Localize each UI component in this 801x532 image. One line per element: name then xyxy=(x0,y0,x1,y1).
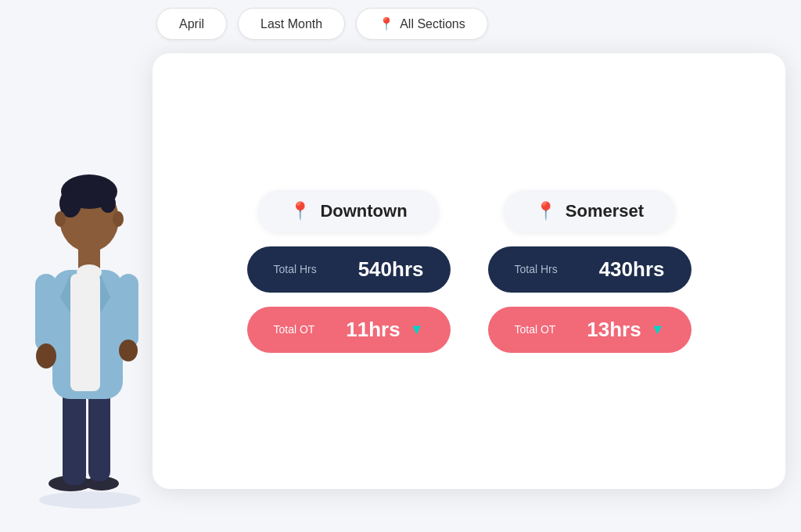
somerset-total-ot: Total OT 13hrs ▼ xyxy=(488,307,691,353)
filter-range-button[interactable]: Last Month xyxy=(238,8,345,40)
downtown-pill: 📍 Downtown xyxy=(258,190,438,232)
filter-section-button[interactable]: 📍 All Sections xyxy=(356,8,488,40)
svg-point-16 xyxy=(100,194,116,213)
somerset-group: 📍 Somerset Total Hrs 430hrs Total OT 13h… xyxy=(488,190,691,353)
somerset-hrs-value: 430hrs xyxy=(599,257,665,282)
person-illustration xyxy=(12,94,168,509)
downtown-ot-label: Total OT xyxy=(274,323,315,336)
section-label: All Sections xyxy=(400,17,465,31)
svg-rect-8 xyxy=(35,274,57,352)
somerset-ot-label: Total OT xyxy=(515,323,556,336)
downtown-name: Downtown xyxy=(320,201,407,221)
somerset-pill: 📍 Somerset xyxy=(504,190,675,232)
filter-month-button[interactable]: April xyxy=(156,8,227,40)
downtown-pin-icon: 📍 xyxy=(289,201,311,221)
somerset-total-hrs: Total Hrs 430hrs xyxy=(488,246,691,293)
downtown-total-hrs: Total Hrs 540hrs xyxy=(247,246,451,293)
svg-point-18 xyxy=(113,211,124,227)
somerset-ot-value: 13hrs xyxy=(587,318,641,342)
month-label: April xyxy=(179,17,204,31)
downtown-down-arrow-icon: ▼ xyxy=(410,322,424,338)
svg-point-9 xyxy=(36,343,56,368)
somerset-name: Somerset xyxy=(566,201,644,221)
downtown-hrs-value: 540hrs xyxy=(358,257,424,282)
svg-point-17 xyxy=(55,211,66,227)
range-label: Last Month xyxy=(260,17,322,31)
downtown-group: 📍 Downtown Total Hrs 540hrs Total OT 11h… xyxy=(247,190,451,353)
svg-point-19 xyxy=(77,264,102,280)
somerset-ot-right: 13hrs ▼ xyxy=(587,318,664,342)
downtown-hrs-label: Total Hrs xyxy=(274,263,317,275)
somerset-hrs-label: Total Hrs xyxy=(515,263,558,275)
filter-bar: April Last Month 📍 All Sections xyxy=(156,8,488,40)
svg-rect-10 xyxy=(118,274,138,348)
somerset-down-arrow-icon: ▼ xyxy=(651,322,665,338)
downtown-total-ot: Total OT 11hrs ▼ xyxy=(247,307,451,353)
svg-point-11 xyxy=(119,340,138,361)
downtown-ot-right: 11hrs ▼ xyxy=(346,318,423,342)
svg-rect-5 xyxy=(70,274,100,391)
person-svg xyxy=(27,117,153,501)
dashboard-panel: 📍 Downtown Total Hrs 540hrs Total OT 11h… xyxy=(153,53,785,489)
downtown-ot-value: 11hrs xyxy=(346,318,400,342)
somerset-pin-icon: 📍 xyxy=(535,201,556,221)
pin-icon: 📍 xyxy=(379,16,394,31)
